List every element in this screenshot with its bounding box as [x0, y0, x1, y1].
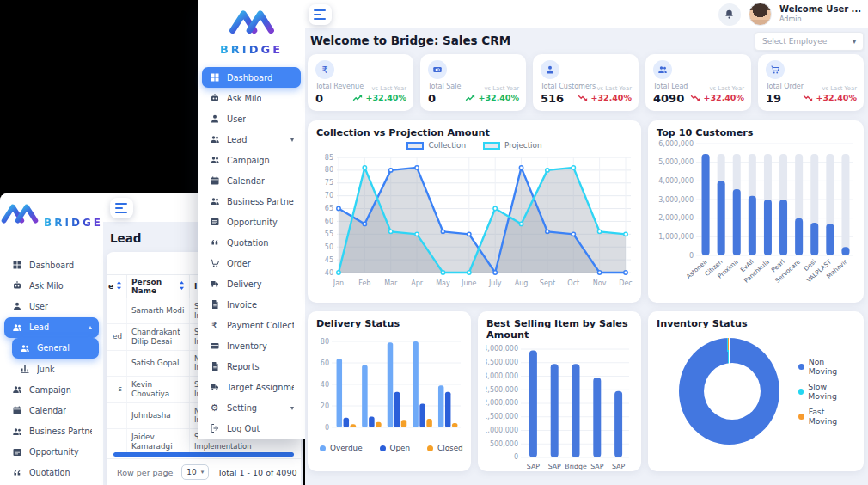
user-icon	[209, 114, 220, 125]
rows-per-page-label: Row per page	[117, 468, 173, 477]
inventory-donut-wrap: Non MovingSlow MovingFast Moving	[657, 338, 855, 445]
main-sidebar: BRIDGE DashboardAsk MiloUserLead▾Campaig…	[198, 0, 305, 439]
lead-sidebar-item-quotation[interactable]: Quotation	[4, 463, 99, 483]
bell-icon	[724, 9, 735, 20]
svg-text:SAP: SAP	[527, 463, 540, 470]
sidebar-item-dashboard[interactable]: Dashboard	[202, 67, 301, 88]
sidebar-item-delivery[interactable]: Delivery	[202, 273, 301, 294]
screenshot-stage: BRIDGE DashboardAsk MiloUserLead▴General…	[0, 0, 868, 485]
sidebar-item-invoice[interactable]: Invoice	[202, 294, 301, 315]
lead-sidebar-item-campaign[interactable]: Campaign	[4, 379, 99, 400]
svg-text:1,000,000: 1,000,000	[658, 233, 694, 241]
user-menu[interactable]: Welcome User ... Admin	[779, 4, 861, 24]
lead-sidebar-item-user[interactable]: User	[4, 296, 99, 316]
sidebar-item-user[interactable]: User	[202, 108, 301, 129]
sidebar-item-business-partner[interactable]: Business Partner	[202, 191, 301, 212]
sidebar-item-label: Order	[227, 259, 251, 268]
sidebar-item-label: Campaign	[29, 385, 71, 395]
people-icon	[11, 322, 22, 333]
lead-sidebar-item-lead[interactable]: Lead▴	[4, 317, 99, 338]
cell-person-name: Jaidev Kamaradgi	[127, 429, 190, 453]
sidebar-item-calendar[interactable]: Calendar	[202, 170, 301, 191]
kpi-delta: +32.40%	[803, 93, 857, 102]
quote-icon	[11, 467, 22, 478]
cart-icon	[209, 258, 220, 269]
svg-text:60: 60	[325, 218, 333, 225]
cell-col0: ed	[107, 324, 127, 350]
svg-text:Dec: Dec	[619, 279, 632, 287]
chart-title: Delivery Status	[316, 318, 462, 329]
sidebar-item-campaign[interactable]: Campaign	[202, 150, 301, 170]
sidebar-item-target-assignment[interactable]: Target Assignment	[202, 377, 301, 397]
truck-icon	[209, 382, 220, 393]
svg-text:Feb: Feb	[358, 279, 370, 287]
chart-title: Top 10 Customers	[657, 127, 855, 138]
sidebar-item-log-out[interactable]: Log Out	[202, 418, 301, 439]
main-menu-button[interactable]	[309, 4, 332, 25]
box-icon	[209, 341, 220, 352]
sort-icon[interactable]	[116, 281, 122, 292]
sidebar-item-payment-collection[interactable]: ₹Payment Collection	[202, 315, 301, 335]
sidebar-item-ask-milo[interactable]: Ask Milo	[202, 88, 301, 108]
line-chart-legend: CollectionProjection	[316, 138, 633, 152]
people-icon	[209, 134, 220, 145]
sidebar-item-lead[interactable]: Lead▾	[202, 129, 301, 150]
svg-text:0: 0	[325, 424, 329, 432]
column-header-e[interactable]: e	[107, 275, 127, 298]
sidebar-item-label: Target Assignment	[227, 383, 294, 392]
column-header-person-name[interactable]: Person Name	[127, 275, 190, 298]
svg-text:80: 80	[321, 338, 329, 346]
svg-text:20: 20	[321, 402, 329, 410]
bridge-logo-icon	[0, 200, 40, 226]
lead-sidebar-item-calendar[interactable]: Calendar	[4, 400, 99, 421]
sidebar-item-quotation[interactable]: Quotation	[202, 232, 301, 253]
lead-sidebar-nav: DashboardAsk MiloUserLead▴GeneralJunkCam…	[4, 255, 99, 483]
grid-icon	[11, 260, 22, 271]
lead-sidebar-item-junk[interactable]: Junk	[12, 359, 99, 379]
sidebar-item-label: Payment Collection	[227, 321, 294, 330]
select-employee-dropdown[interactable]: Select Employee ▾	[755, 32, 864, 51]
sidebar-item-label: Calendar	[227, 176, 265, 186]
sidebar-item-setting[interactable]: ⚙Setting▾	[202, 397, 301, 418]
svg-text:80: 80	[325, 166, 333, 174]
cell-col0	[107, 403, 127, 428]
kpi-value: 516	[541, 92, 564, 105]
lead-sidebar-item-ask-milo[interactable]: Ask Milo	[4, 275, 99, 296]
sidebar-item-label: Opportunity	[227, 218, 278, 227]
trend-down-icon	[578, 95, 589, 101]
lead-sidebar-item-general[interactable]: General	[12, 338, 99, 359]
delivery-status-chart: 020406080	[316, 336, 462, 441]
sidebar-item-inventory[interactable]: Inventory	[202, 335, 301, 356]
sidebar-item-reports[interactable]: Reports	[202, 356, 301, 377]
kpi-card-total-order: Total Order19vs Last Year+32.40%	[758, 54, 864, 111]
sidebar-item-label: Campaign	[227, 156, 270, 165]
kpi-compare-label: vs Last Year	[597, 85, 632, 92]
sidebar-item-label: Dashboard	[227, 73, 272, 83]
sort-icon[interactable]	[179, 281, 185, 292]
best-selling-chart: 0500,0001,000,0001,500,0002,000,0002,500…	[486, 344, 633, 475]
lead-sidebar-item-business-partner[interactable]: Business Partner	[4, 421, 99, 442]
chevron-down-icon: ▾	[290, 136, 294, 144]
lead-menu-button[interactable]	[110, 198, 133, 218]
sidebar-item-opportunity[interactable]: Opportunity	[202, 212, 301, 232]
sidebar-item-label: Lead	[29, 322, 49, 332]
notifications-button[interactable]	[718, 3, 741, 26]
lead-sidebar-item-dashboard[interactable]: Dashboard	[4, 255, 99, 275]
svg-text:3,500,000: 3,500,000	[486, 359, 518, 366]
chevron-down-icon: ▾	[290, 404, 294, 412]
inventory-status-card: Inventory Status Non MovingSlow MovingFa…	[648, 311, 864, 471]
top-customers-chart: 01,000,0002,000,0003,000,0004,000,0005,0…	[657, 138, 855, 298]
cell-person-name: Satish Gopal	[127, 351, 190, 376]
truck-icon	[209, 279, 220, 290]
bot-icon	[11, 280, 22, 292]
kpi-value: 0	[428, 92, 436, 105]
lead-sidebar-item-opportunity[interactable]: Opportunity	[4, 442, 99, 463]
user-avatar[interactable]	[749, 3, 772, 26]
sidebar-item-order[interactable]: Order	[202, 253, 301, 273]
svg-text:45: 45	[325, 256, 333, 264]
sidebar-item-label: Reports	[227, 362, 260, 371]
sidebar-item-label: Opportunity	[29, 447, 79, 457]
svg-text:5,000,000: 5,000,000	[658, 158, 694, 166]
svg-text:SAP: SAP	[548, 463, 561, 470]
calendar-icon	[209, 175, 220, 187]
